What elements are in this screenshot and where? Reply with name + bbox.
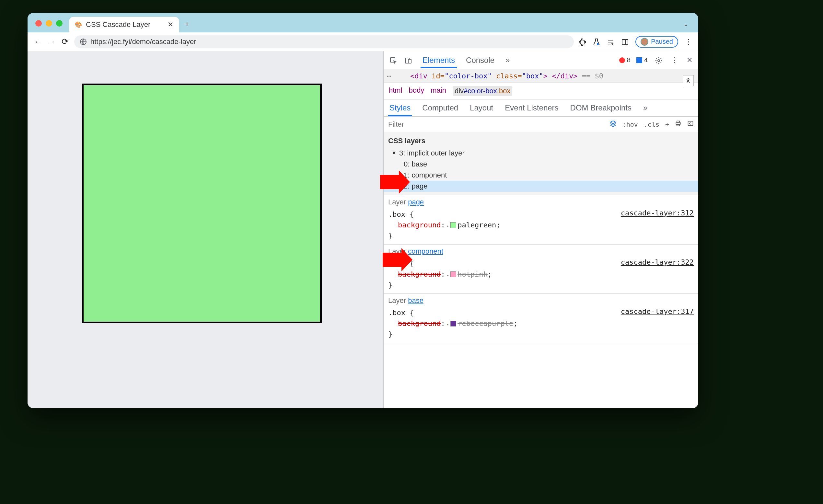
rule-layer-link[interactable]: page [408,198,424,206]
tab-console[interactable]: Console [464,52,496,68]
svg-point-1 [597,43,599,45]
avatar [641,38,648,46]
color-swatch-icon[interactable] [450,321,456,327]
forward-button[interactable]: → [47,37,56,47]
rule-source-link[interactable]: cascade-layer:312 [621,209,694,217]
styles-filter-row: :hov .cls + [384,117,698,132]
extensions-icon[interactable] [579,37,586,46]
css-layer-item[interactable]: 1: component [388,170,694,181]
annotation-arrow-icon [383,253,402,267]
inspect-icon[interactable] [388,54,398,65]
side-panel-icon[interactable] [621,37,629,46]
css-layers-toggle-icon[interactable] [610,120,617,129]
paused-label: Paused [651,38,673,45]
styles-filter-input[interactable] [384,120,605,129]
css-layer-parent[interactable]: ▼ 3: implicit outer layer [388,148,694,159]
ellipsis-icon[interactable]: ⋯ [387,72,391,80]
url-field[interactable]: https://jec.fyi/demo/cascade-layer [74,35,574,48]
cls-toggle[interactable]: .cls [644,121,659,128]
tab-styles[interactable]: Styles [388,100,412,116]
rule-lines[interactable]: .box { background:▸rebeccapurple; } [388,307,518,339]
browser-tab[interactable]: 🎨 CSS Cascade Layer ✕ [69,17,179,32]
css-layer-item[interactable]: 0: base [388,159,694,170]
reading-list-icon[interactable] [607,37,615,46]
tab-dom-breakpoints[interactable]: DOM Breakpoints [569,100,633,116]
browser-menu-icon[interactable]: ⋮ [685,37,692,46]
expand-shorthand-icon[interactable]: ▸ [445,273,450,278]
accessibility-icon[interactable] [683,75,694,86]
svg-point-7 [688,78,688,79]
devtools-close-icon[interactable]: ✕ [685,55,694,66]
svg-rect-9 [677,121,679,123]
devtools-toolbar-right: 8 4 ⋮ ✕ [619,54,694,65]
disclosure-triangle-icon[interactable]: ▼ [391,150,396,156]
new-tab-button[interactable]: + [179,19,195,32]
styles-pane[interactable]: CSS layers ▼ 3: implicit outer layer 0: … [384,132,698,408]
content-area: Elements Console » 8 4 ⋮ ✕ ⋯ <div [27,51,698,408]
svg-rect-2 [622,39,628,45]
computed-reveal-icon[interactable] [687,120,694,128]
elements-breadcrumb: html body main div#color-box.box [384,83,698,100]
svg-rect-10 [677,124,679,126]
errors-badge[interactable]: 8 [619,56,631,64]
rule-layer-label: Layer page [384,195,698,208]
elements-selected-node[interactable]: ⋯ <div id="color-box" class="box"> </div… [384,69,698,83]
extension-icons: Paused ⋮ [579,36,692,48]
style-rule: Layer page .box { background:▸palegreen;… [384,195,698,244]
profile-paused-badge[interactable]: Paused [635,36,678,48]
window-minimize[interactable] [46,20,52,27]
new-rule-button[interactable]: + [665,121,669,128]
expand-shorthand-icon[interactable]: ▸ [445,322,450,327]
rule-layer-link[interactable]: base [408,296,424,305]
tab-favicon: 🎨 [75,21,82,28]
devtools-panel: Elements Console » 8 4 ⋮ ✕ ⋯ <div [383,51,698,408]
tab-title: CSS Cascade Layer [86,20,164,29]
color-swatch-icon[interactable] [450,272,456,277]
print-media-icon[interactable] [675,120,681,128]
tab-computed[interactable]: Computed [421,100,460,116]
rule-layer-label: Layer base [384,294,698,306]
styles-toolbar: :hov .cls + [605,120,698,129]
breadcrumb-item[interactable]: html [389,86,402,96]
url-text: https://jec.fyi/demo/cascade-layer [91,37,196,46]
expand-shorthand-icon[interactable]: ▸ [445,223,450,228]
back-button[interactable]: ← [33,37,42,47]
css-layers-block: CSS layers ▼ 3: implicit outer layer 0: … [384,132,698,195]
device-toggle-icon[interactable] [403,54,414,65]
site-info-icon[interactable] [79,37,87,46]
more-icon[interactable]: ⋮ [670,55,679,66]
svg-rect-5 [408,59,411,63]
rule-source-link[interactable]: cascade-layer:317 [621,307,694,316]
css-layers-header: CSS layers [388,135,694,148]
rule-source-link[interactable]: cascade-layer:322 [621,258,694,266]
devtools-toolbar: Elements Console » 8 4 ⋮ ✕ [384,51,698,69]
reload-button[interactable]: ⟳ [60,37,70,47]
tab-event-listeners[interactable]: Event Listeners [504,100,559,116]
window-close[interactable] [35,20,42,27]
rule-lines[interactable]: .box { background:▸palegreen; } [388,209,501,241]
settings-icon[interactable] [654,54,664,65]
color-swatch-icon[interactable] [450,222,456,228]
window-controls [33,20,69,32]
tab-close-icon[interactable]: ✕ [168,20,173,29]
tab-layout[interactable]: Layout [469,100,494,116]
breadcrumb-item[interactable]: main [431,86,446,96]
page-viewport [27,51,383,408]
hov-toggle[interactable]: :hov [623,121,638,128]
styles-tabs-overflow-icon[interactable]: » [642,100,649,116]
labs-icon[interactable] [593,37,601,46]
css-layer-item-selected[interactable]: 2: page [384,181,698,192]
devtools-panel-tabs: Elements Console » [421,52,615,68]
tab-list-dropdown-icon[interactable]: ⌄ [683,20,693,32]
tab-elements[interactable]: Elements [421,52,457,68]
breadcrumb-item-active[interactable]: div#color-box.box [453,86,512,96]
breadcrumb-item[interactable]: body [409,86,425,96]
issues-badge[interactable]: 4 [636,56,648,64]
rule-layer-link[interactable]: component [408,247,443,255]
tabs-overflow-icon[interactable]: » [504,52,512,68]
tab-bar: 🎨 CSS Cascade Layer ✕ + ⌄ [27,13,698,32]
window-maximize[interactable] [56,20,62,27]
style-rule: Layer base .box { background:▸rebeccapur… [384,294,698,343]
location-bar: ← → ⟳ https://jec.fyi/demo/cascade-layer [27,32,698,51]
annotation-arrow-icon [380,175,399,189]
